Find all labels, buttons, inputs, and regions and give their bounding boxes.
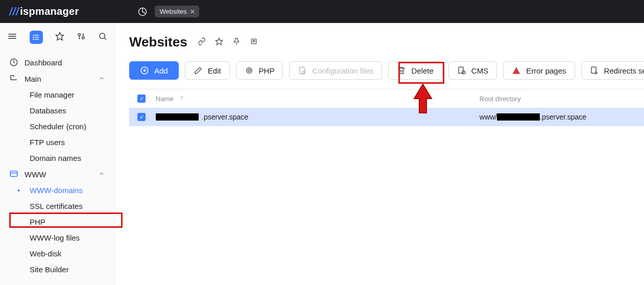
svg-rect-31	[591, 67, 596, 73]
svg-point-12	[82, 37, 85, 39]
star-icon[interactable]	[55, 32, 64, 42]
svg-point-7	[33, 35, 34, 35]
svg-point-9	[33, 39, 34, 39]
nav-label: WWW	[25, 170, 46, 179]
delete-button[interactable]: Delete	[388, 61, 442, 80]
sidebar-item-ssl-certificates[interactable]: SSL certificates	[0, 198, 114, 214]
sidebar-item-domain-names[interactable]: Domain names	[0, 150, 114, 166]
nav-label: Main	[25, 75, 41, 83]
cell-root: www/ .pserver.space	[480, 113, 644, 121]
sidebar-item-www-log[interactable]: WWW-log files	[0, 230, 114, 246]
sidebar-item-ftp-users[interactable]: FTP users	[0, 134, 114, 150]
cms-button[interactable]: CMS	[448, 61, 497, 80]
table-row[interactable]: ✓ .pserver.space www/ .pserver.space	[129, 108, 644, 126]
nav-label: Dashboard	[25, 58, 62, 67]
svg-point-8	[33, 37, 34, 37]
svg-line-16	[104, 38, 106, 40]
chevron-up-icon	[98, 170, 105, 179]
svg-point-15	[100, 33, 105, 39]
svg-point-11	[78, 34, 81, 36]
tab-websites[interactable]: Websites ✕	[155, 6, 199, 17]
sidebar-mode-list-icon[interactable]	[30, 31, 43, 44]
sidebar-item-scheduler[interactable]: Scheduler (cron)	[0, 118, 114, 134]
link-icon[interactable]	[198, 37, 206, 47]
redirects-settings-button[interactable]: Redirects settings	[581, 61, 644, 80]
tab-label: Websites	[160, 8, 187, 15]
svg-point-25	[248, 69, 250, 72]
sidebar-item-site-builder[interactable]: Site Builder	[0, 262, 114, 277]
sort-icon	[179, 95, 185, 103]
sidebar-item-file-manager[interactable]: File manager	[0, 87, 114, 103]
star-icon[interactable]	[215, 37, 223, 47]
pin-icon[interactable]	[232, 37, 241, 47]
sidebar-item-dashboard[interactable]: Dashboard	[0, 54, 114, 70]
row-checkbox[interactable]: ✓	[137, 113, 146, 121]
sidebar-item-php[interactable]: PHP	[0, 214, 114, 230]
annotation-arrow-icon	[412, 83, 434, 115]
sliders-icon[interactable]	[77, 32, 86, 42]
svg-marker-20	[216, 38, 222, 44]
sidebar-item-www-domains[interactable]: WWW-domains	[0, 182, 114, 198]
edit-button[interactable]: Edit	[185, 61, 230, 80]
svg-marker-10	[56, 33, 64, 40]
select-all-checkbox[interactable]: ✓	[137, 94, 146, 103]
php-button[interactable]: PHP	[236, 61, 283, 80]
sidebar-group-www[interactable]: WWW	[0, 166, 114, 182]
add-button[interactable]: Add	[129, 61, 179, 80]
chevron-up-icon	[98, 75, 105, 83]
external-icon[interactable]	[250, 37, 258, 47]
redacted-text	[497, 113, 540, 121]
error-pages-button[interactable]: Error pages	[503, 61, 575, 80]
search-icon[interactable]	[98, 32, 107, 42]
svg-rect-18	[10, 171, 17, 177]
chart-pie-icon[interactable]	[135, 5, 150, 19]
redacted-text	[156, 113, 199, 121]
app-logo: /// ispmanager	[9, 5, 79, 18]
sidebar-item-web-disk[interactable]: Web-disk	[0, 246, 114, 262]
hamburger-icon[interactable]	[7, 31, 17, 43]
configuration-files-button[interactable]: Configuration files	[289, 61, 382, 80]
column-header-root[interactable]: Root directory	[480, 95, 644, 103]
sidebar-group-main[interactable]: Main	[0, 70, 114, 87]
page-title: Websites	[129, 34, 187, 50]
svg-point-26	[302, 72, 305, 74]
websites-table: ✓ Name Root directory ✓ .pse	[129, 89, 644, 126]
close-icon[interactable]: ✕	[190, 8, 195, 15]
logo-slash-icon: ///	[9, 5, 19, 18]
svg-rect-29	[459, 67, 463, 73]
sidebar-item-databases[interactable]: Databases	[0, 103, 114, 118]
